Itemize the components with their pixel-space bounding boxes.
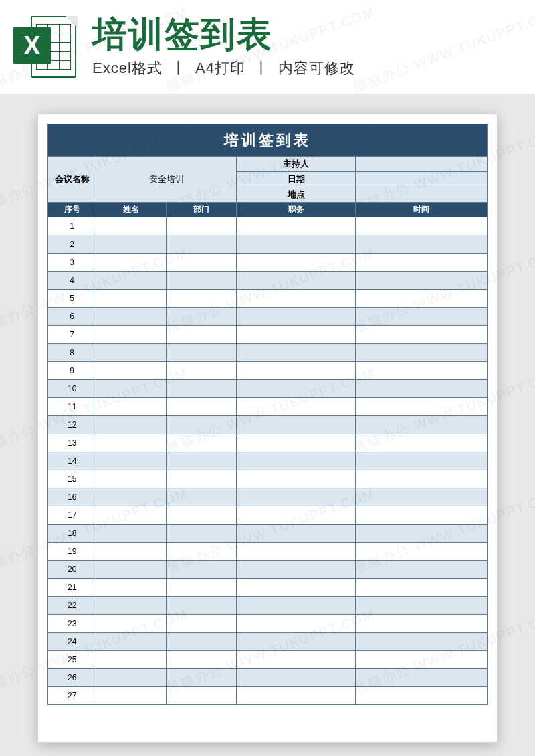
cell-name <box>96 362 167 380</box>
cell-time <box>355 326 487 344</box>
cell-time <box>355 452 487 470</box>
cell-number: 18 <box>48 525 96 543</box>
cell-dept <box>167 561 237 579</box>
cell-title <box>237 434 355 452</box>
cell-title <box>237 308 355 326</box>
cell-number: 13 <box>48 434 96 452</box>
table-row: 4 <box>48 272 488 290</box>
cell-dept <box>167 308 237 326</box>
cell-title <box>237 525 355 543</box>
table-row: 14 <box>48 452 488 470</box>
date-label: 日期 <box>237 172 355 187</box>
cell-dept <box>167 687 237 705</box>
separator-icon: 丨 <box>171 60 187 76</box>
cell-time <box>355 633 487 651</box>
cell-name <box>96 597 167 615</box>
table-row: 1 <box>48 217 488 235</box>
cell-time <box>355 344 487 362</box>
cell-title <box>237 651 355 669</box>
cell-dept <box>167 416 237 434</box>
cell-title <box>237 452 355 470</box>
cell-number: 7 <box>48 326 96 344</box>
cell-time <box>355 380 487 398</box>
cell-name <box>96 254 167 272</box>
cell-name <box>96 434 167 452</box>
cell-title <box>237 561 355 579</box>
cell-name <box>96 579 167 597</box>
cell-title <box>237 272 355 290</box>
cell-time <box>355 434 487 452</box>
cell-time <box>355 235 487 254</box>
cell-time <box>355 687 487 705</box>
table-row: 19 <box>48 543 488 561</box>
cell-number: 27 <box>48 687 96 705</box>
cell-dept <box>167 398 237 416</box>
cell-name <box>96 525 167 543</box>
signin-table: 培训签到表 会议名称 安全培训 主持人 日期 地点 序号 姓名 部门 职务 <box>47 124 488 705</box>
cell-dept <box>167 543 237 561</box>
cell-number: 16 <box>48 488 96 506</box>
cell-time <box>355 217 487 235</box>
cell-title <box>237 217 355 235</box>
cell-title <box>237 235 355 254</box>
cell-title <box>237 687 355 705</box>
cell-number: 5 <box>48 290 96 308</box>
cell-name <box>96 615 167 633</box>
cell-number: 19 <box>48 543 96 561</box>
cell-title <box>237 362 355 380</box>
cell-time <box>355 416 487 434</box>
cell-number: 21 <box>48 579 96 597</box>
cell-name <box>96 344 167 362</box>
table-row: 21 <box>48 579 488 597</box>
cell-name <box>96 380 167 398</box>
banner-title: 培训签到表 <box>92 15 522 54</box>
cell-dept <box>167 579 237 597</box>
cell-time <box>355 470 487 488</box>
cell-dept <box>167 362 237 380</box>
col-header-time: 时间 <box>355 203 487 217</box>
cell-time <box>355 254 487 272</box>
cell-time <box>355 272 487 290</box>
cell-number: 25 <box>48 651 96 669</box>
banner-sub-1: Excel格式 <box>92 60 163 76</box>
cell-number: 26 <box>48 669 96 687</box>
host-value <box>355 157 487 172</box>
cell-title <box>237 615 355 633</box>
cell-name <box>96 326 167 344</box>
cell-number: 8 <box>48 344 96 362</box>
cell-title <box>237 488 355 506</box>
cell-dept <box>167 434 237 452</box>
cell-name <box>96 669 167 687</box>
table-row: 6 <box>48 308 488 326</box>
cell-number: 3 <box>48 254 96 272</box>
cell-name <box>96 398 167 416</box>
cell-dept <box>167 452 237 470</box>
cell-number: 17 <box>48 506 96 525</box>
cell-number: 20 <box>48 561 96 579</box>
excel-icon: X <box>13 13 80 80</box>
cell-dept <box>167 326 237 344</box>
table-row: 27 <box>48 687 488 705</box>
cell-number: 6 <box>48 308 96 326</box>
cell-name <box>96 272 167 290</box>
cell-name <box>96 561 167 579</box>
cell-dept <box>167 506 237 525</box>
table-row: 9 <box>48 362 488 380</box>
cell-dept <box>167 669 237 687</box>
cell-dept <box>167 633 237 651</box>
cell-title <box>237 344 355 362</box>
cell-title <box>237 254 355 272</box>
cell-number: 11 <box>48 398 96 416</box>
cell-time <box>355 525 487 543</box>
cell-dept <box>167 615 237 633</box>
table-row: 22 <box>48 597 488 615</box>
cell-title <box>237 326 355 344</box>
col-header-number: 序号 <box>48 203 96 217</box>
cell-number: 9 <box>48 362 96 380</box>
cell-name <box>96 470 167 488</box>
table-row: 12 <box>48 416 488 434</box>
cell-title <box>237 506 355 525</box>
place-label: 地点 <box>237 187 355 203</box>
cell-dept <box>167 254 237 272</box>
cell-name <box>96 452 167 470</box>
